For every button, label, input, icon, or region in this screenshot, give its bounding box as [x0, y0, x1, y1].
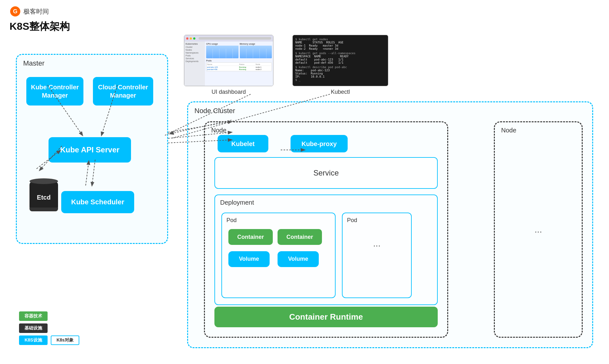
dashboard-screenshot: Kubernetes Cluster Nodes Namespaces Pods… [184, 35, 273, 95]
cloud-controller-manager-box: Cloud Controller Manager [93, 77, 153, 105]
node2-label: Node [501, 127, 516, 134]
node-box-2: Node ... [494, 121, 583, 338]
legend-item-infra: 基础设施 [19, 323, 79, 333]
container2-box: Container [278, 229, 322, 245]
screenshot-area: Kubernetes Cluster Nodes Namespaces Pods… [184, 35, 388, 95]
dashboard-label: UI dashboard [212, 89, 246, 95]
kube-controller-manager-box: Kube Controller Manager [26, 77, 83, 105]
pod1-label: Pod [226, 217, 237, 224]
legend-infra-label: 基础设施 [24, 325, 42, 331]
legend-container-box: 容器技术 [19, 311, 48, 321]
volume1-box: Volume [228, 251, 270, 267]
pod-box-1: Pod Container Container Volume [221, 213, 336, 298]
kube-proxy-box: Kube-proxy [291, 135, 348, 152]
kube-api-server-box: Kube API Server [49, 137, 131, 163]
pod2-label: Pod [347, 217, 357, 224]
legend-k8s-box: K8S设施 [19, 335, 48, 345]
logo-icon: G [10, 6, 21, 17]
legend-item-container: 容器技术 [19, 311, 79, 321]
dashboard-image: Kubernetes Cluster Nodes Namespaces Pods… [184, 35, 273, 86]
service-box: Service [214, 157, 438, 189]
legend-k8sobject-box: K8s对象 [51, 335, 79, 345]
legend-item-k8s: K8S设施 K8s对象 [19, 335, 79, 345]
master-box: Master Kube Controller Manager Cloud Con… [16, 54, 168, 244]
runtime-label: Container Runtime [289, 312, 363, 322]
node-cluster-box: Node Cluster Node Kubelet Kube-proxy Ser… [187, 101, 593, 348]
etcd-label: Etcd [37, 194, 50, 201]
legend-container-label: 容器技术 [24, 313, 42, 319]
container-runtime-box: Container Runtime [214, 307, 438, 327]
kube-scheduler-box: Kube Scheduler [61, 191, 134, 213]
container1-box: Container [228, 229, 273, 245]
legend-infra-box: 基础设施 [19, 323, 48, 333]
node-box-1: Node Kubelet Kube-proxy Service Deployme… [204, 121, 448, 338]
node2-dots: ... [534, 225, 542, 235]
etcd-cylinder: Etcd [29, 182, 58, 210]
header: G 极客时间 K8S整体架构 [10, 6, 70, 34]
pod-box-2: Pod ... [342, 213, 412, 298]
kubectl-screenshot: $ kubectl get nodes NAME STATUS ROLES AG… [292, 35, 388, 95]
legend: 容器技术 基础设施 K8S设施 K8s对象 [19, 311, 79, 345]
node-cluster-label: Node Cluster [194, 107, 235, 115]
logo-text: 极客时间 [23, 7, 49, 16]
deployment-box: Deployment Pod Container Container Volum… [214, 195, 438, 305]
page-title: K8S整体架构 [10, 20, 70, 34]
logo-area: G 极客时间 [10, 6, 70, 17]
kubectl-label: Kubectl [331, 89, 350, 95]
node1-label: Node [211, 127, 226, 134]
diagram: Kubernetes Cluster Nodes Namespaces Pods… [10, 35, 599, 354]
legend-k8s-label: K8S设施 [24, 337, 42, 343]
legend-k8sobject-label: K8s对象 [56, 337, 74, 343]
deployment-label: Deployment [220, 199, 254, 206]
etcd-box: Etcd [26, 178, 61, 213]
kubectl-image: $ kubectl get nodes NAME STATUS ROLES AG… [292, 35, 388, 86]
pod2-dots: ... [373, 239, 380, 249]
volume2-box: Volume [278, 251, 319, 267]
service-label: Service [313, 169, 339, 177]
kubelet-box: Kubelet [218, 135, 268, 152]
svg-text:G: G [13, 8, 17, 15]
master-label: Master [23, 59, 44, 67]
